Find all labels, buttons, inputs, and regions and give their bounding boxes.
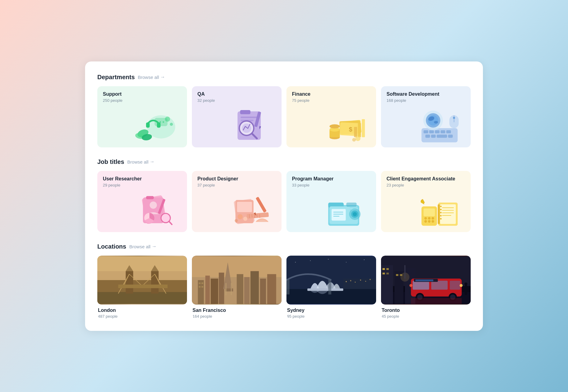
product-designer-illustration bbox=[214, 186, 282, 232]
job-titles-header: Job titles Browse all → bbox=[97, 158, 471, 165]
svg-rect-98 bbox=[440, 204, 456, 224]
arrow-icon: → bbox=[160, 74, 165, 80]
svg-rect-168 bbox=[383, 272, 385, 274]
dept-card-support[interactable]: Support 250 people bbox=[97, 86, 187, 147]
job-card-user-researcher[interactable]: User Researcher 29 people bbox=[97, 171, 187, 232]
svg-point-93 bbox=[432, 217, 434, 220]
svg-rect-64 bbox=[237, 202, 252, 212]
svg-rect-128 bbox=[211, 279, 218, 304]
svg-rect-129 bbox=[219, 272, 224, 304]
svg-point-96 bbox=[432, 220, 434, 223]
svg-rect-163 bbox=[381, 265, 393, 304]
svg-rect-86 bbox=[346, 202, 357, 207]
locations-header: Locations Browse all → bbox=[97, 243, 471, 250]
svg-line-67 bbox=[252, 214, 252, 217]
svg-rect-30 bbox=[354, 127, 357, 137]
location-card-sydney[interactable]: Sydney 95 people bbox=[286, 256, 376, 319]
job-card-product-designer[interactable]: Product Designer 37 people bbox=[192, 171, 282, 232]
dept-card-finance[interactable]: Finance 75 people bbox=[286, 86, 376, 147]
svg-point-52 bbox=[453, 117, 455, 119]
svg-rect-174 bbox=[431, 280, 448, 289]
departments-browse-all[interactable]: Browse all → bbox=[138, 74, 165, 80]
svg-point-146 bbox=[328, 259, 329, 259]
svg-point-85 bbox=[353, 212, 357, 216]
svg-rect-125 bbox=[192, 256, 282, 277]
svg-rect-36 bbox=[424, 130, 428, 133]
svg-point-104 bbox=[440, 206, 442, 207]
svg-rect-38 bbox=[435, 130, 439, 133]
dept-count-qa: 32 people bbox=[197, 98, 215, 103]
svg-rect-139 bbox=[199, 282, 200, 284]
svg-point-145 bbox=[310, 260, 311, 261]
dept-count-software: 168 people bbox=[387, 98, 439, 103]
svg-point-91 bbox=[424, 217, 427, 220]
svg-point-106 bbox=[440, 212, 442, 213]
dept-title-finance: Finance bbox=[292, 91, 310, 98]
svg-point-49 bbox=[434, 121, 438, 124]
job-count-client-engagement: 23 people bbox=[387, 183, 455, 187]
locations-browse-all[interactable]: Browse all → bbox=[129, 244, 156, 249]
svg-rect-175 bbox=[450, 280, 460, 289]
svg-point-188 bbox=[464, 282, 467, 285]
sf-count: 164 people bbox=[192, 314, 282, 319]
svg-rect-142 bbox=[201, 286, 203, 287]
job-count-program-manager: 33 people bbox=[292, 183, 334, 187]
svg-rect-123 bbox=[97, 256, 187, 271]
svg-line-69 bbox=[257, 214, 257, 217]
svg-rect-71 bbox=[256, 197, 267, 213]
svg-rect-79 bbox=[332, 209, 346, 221]
svg-rect-55 bbox=[146, 196, 154, 199]
dept-card-software[interactable]: Software Development 168 people bbox=[381, 86, 471, 147]
svg-rect-183 bbox=[415, 279, 433, 281]
sf-name: San Francisco bbox=[192, 308, 282, 313]
job-card-client-engagement[interactable]: Client Engagement Associate 23 people bbox=[381, 171, 471, 232]
svg-rect-127 bbox=[205, 276, 210, 304]
location-card-toronto[interactable]: Toronto 45 people bbox=[381, 256, 471, 319]
job-title-product-designer: Product Designer bbox=[197, 176, 238, 182]
svg-point-12 bbox=[163, 121, 164, 123]
svg-point-105 bbox=[440, 209, 442, 210]
svg-rect-140 bbox=[201, 282, 203, 284]
london-image bbox=[97, 256, 187, 305]
svg-point-108 bbox=[440, 218, 442, 220]
job-card-program-manager[interactable]: Program Manager 33 people bbox=[286, 171, 376, 232]
svg-rect-31 bbox=[358, 123, 361, 137]
svg-point-158 bbox=[365, 281, 366, 282]
job-title-program-manager: Program Manager bbox=[292, 176, 334, 182]
location-card-london[interactable]: London 487 people bbox=[97, 256, 187, 319]
user-researcher-illustration bbox=[120, 186, 187, 232]
svg-point-181 bbox=[409, 284, 413, 287]
svg-point-8 bbox=[170, 123, 173, 126]
departments-title: Departments bbox=[97, 74, 135, 81]
svg-point-157 bbox=[360, 279, 361, 281]
svg-rect-99 bbox=[438, 204, 440, 224]
london-name: London bbox=[97, 308, 187, 313]
svg-rect-187 bbox=[465, 284, 467, 295]
dept-count-finance: 75 people bbox=[292, 98, 310, 103]
departments-header: Departments Browse all → bbox=[97, 74, 471, 81]
svg-point-156 bbox=[355, 282, 356, 283]
svg-point-75 bbox=[235, 219, 238, 222]
toronto-image bbox=[381, 256, 471, 305]
svg-rect-14 bbox=[240, 110, 251, 114]
location-card-sf[interactable]: San Francisco 164 people bbox=[192, 256, 282, 319]
svg-rect-90 bbox=[424, 209, 435, 216]
svg-rect-2 bbox=[146, 123, 150, 128]
svg-rect-15 bbox=[241, 116, 258, 118]
sf-image bbox=[192, 256, 282, 305]
svg-point-73 bbox=[237, 214, 243, 219]
program-manager-illustration bbox=[309, 186, 376, 232]
svg-point-10 bbox=[156, 121, 158, 123]
job-titles-grid: User Researcher 29 people bbox=[97, 171, 471, 232]
dept-card-qa[interactable]: QA 32 people bbox=[192, 86, 282, 147]
svg-rect-40 bbox=[446, 130, 451, 133]
svg-point-94 bbox=[424, 220, 427, 223]
arrow-icon-3: → bbox=[152, 244, 157, 249]
job-titles-browse-all[interactable]: Browse all → bbox=[127, 159, 155, 165]
job-title-user-researcher: User Researcher bbox=[103, 176, 142, 182]
svg-rect-118 bbox=[118, 284, 167, 288]
svg-rect-39 bbox=[441, 130, 445, 133]
svg-rect-151 bbox=[286, 279, 290, 294]
svg-rect-166 bbox=[383, 268, 385, 270]
svg-rect-169 bbox=[387, 272, 389, 274]
